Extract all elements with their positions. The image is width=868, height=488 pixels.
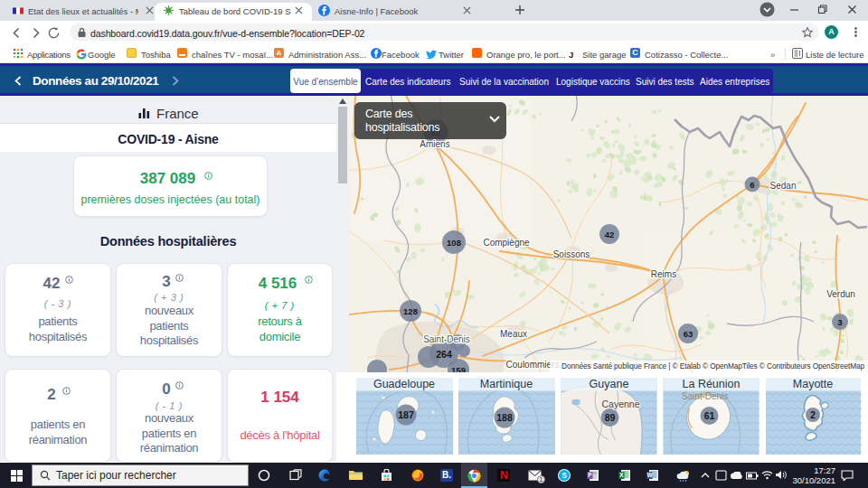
svg-text:La Réunion: La Réunion [683, 378, 741, 390]
svg-text:6: 6 [750, 180, 754, 190]
svg-text:Cayenne: Cayenne [601, 399, 639, 409]
svg-text:W: W [646, 472, 653, 478]
svg-text:63: 63 [684, 329, 693, 339]
svg-text:Verdun: Verdun [826, 289, 855, 299]
svg-text:128: 128 [403, 306, 418, 316]
svg-text:108: 108 [447, 238, 461, 248]
svg-text:42: 42 [605, 230, 615, 239]
svg-text:Saint-Denis: Saint-Denis [682, 391, 729, 401]
svg-text:61: 61 [704, 410, 715, 421]
svg-text:Soissons: Soissons [553, 249, 590, 259]
svg-text:Amiens: Amiens [420, 139, 449, 149]
svg-text:Reims: Reims [651, 269, 676, 279]
svg-text:159: 159 [451, 365, 466, 373]
svg-text:Guyane: Guyane [590, 378, 629, 390]
svg-text:89: 89 [605, 412, 616, 423]
svg-text:Guadeloupe: Guadeloupe [373, 378, 435, 390]
svg-text:2: 2 [810, 410, 816, 420]
svg-text:Compiègne: Compiègne [483, 238, 530, 248]
svg-text:X: X [619, 472, 624, 478]
svg-text:Sedan: Sedan [770, 181, 797, 191]
svg-text:P: P [588, 472, 592, 478]
svg-text:264: 264 [436, 349, 452, 360]
svg-text:187: 187 [398, 409, 414, 420]
svg-text:188: 188 [496, 412, 513, 423]
svg-text:Meaux: Meaux [500, 329, 527, 339]
svg-text:Mayotte: Mayotte [793, 378, 834, 390]
svg-text:Martinique: Martinique [480, 378, 533, 390]
svg-text:S: S [561, 471, 567, 480]
svg-text:3: 3 [837, 317, 842, 327]
svg-text:Saint-Denis: Saint-Denis [423, 334, 470, 344]
